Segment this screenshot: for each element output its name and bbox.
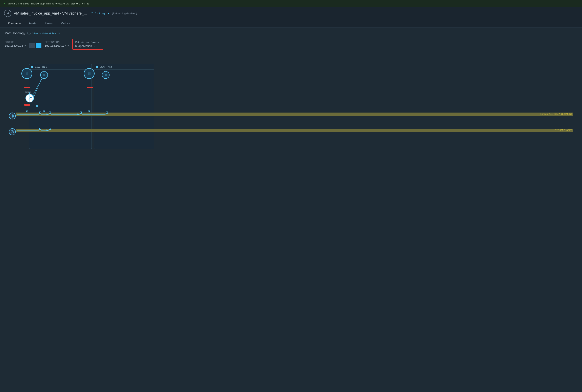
esxi-tn3-label: ESXi_TN-3 <box>100 66 112 68</box>
path-via-label: Path via Load Balancer <box>75 41 100 44</box>
path-via-value: l4-application <box>75 44 92 48</box>
direction-left-button[interactable]: ← <box>29 43 35 48</box>
tab-overview[interactable]: Overview <box>4 20 25 27</box>
destination-ip: 192.168.100.177 <box>45 44 66 47</box>
port-rect-2 <box>24 104 30 106</box>
esxi-tn3-indicator <box>96 66 98 68</box>
time-ago-text: 6 min ago <box>95 12 106 15</box>
seg-sq-1 <box>39 112 41 114</box>
vm-circle-2: 🖥 <box>84 68 94 79</box>
seg-sq-6 <box>49 128 51 130</box>
asterisk-icon-2: ✳ <box>104 73 107 77</box>
tab-flows[interactable]: Flows <box>40 20 56 27</box>
source-group: Source 192.168.40.23 ▼ <box>5 41 26 47</box>
tab-alerts[interactable]: Alerts <box>25 20 40 27</box>
esxi-tn2-header: ESXi_TN-2 <box>29 64 92 70</box>
esxi-tn3-header: ESXi_TN-3 <box>94 64 154 70</box>
vm-circle-1: 🖥 <box>22 68 32 79</box>
segment2-label: DYNAMIC_APPS <box>555 129 572 131</box>
lb-icon-1 <box>9 112 16 120</box>
lb-icon-2 <box>9 128 16 135</box>
main-content: Path Topology i View in Network Map ↗ So… <box>0 28 582 159</box>
segment-line-1 <box>16 112 573 116</box>
info-icon[interactable]: i <box>27 32 30 35</box>
check-icon: ✓ <box>3 2 6 6</box>
port-rect-1 <box>24 87 30 88</box>
network-map-link[interactable]: View in Network Map ↗ <box>32 32 60 35</box>
destination-group: Destination 192.168.100.177 ▼ <box>45 41 69 47</box>
vm-monitor-icon-2: 🖥 <box>87 71 91 76</box>
section-header: Path Topology i View in Network Map ↗ <box>5 32 577 35</box>
header-area: 🖥 VM sales_invoice_app_vm4 - VM vsphere_… <box>0 7 582 28</box>
source-dropdown[interactable]: 192.168.40.23 ▼ <box>5 44 26 47</box>
network-flake-2: ✳ <box>102 71 110 79</box>
seg-sq-5 <box>39 128 41 130</box>
port-rect-3 <box>87 87 93 88</box>
direction-controls: ← → <box>29 43 42 48</box>
esxi-tn2-container: ESXi_TN-2 <box>29 64 92 149</box>
destination-dropdown[interactable]: 192.168.100.177 ▼ <box>45 44 69 47</box>
segment1-label: London_ALB_DATA_SEGMENT <box>540 113 572 115</box>
vm-title: VM sales_invoice_app_vm4 - VM vsphere_..… <box>14 11 87 16</box>
destination-chevron-icon: ▼ <box>67 45 69 47</box>
source-label: Source <box>5 41 26 43</box>
tab-metrics[interactable]: Metrics ▼ <box>56 20 78 27</box>
tabs-container: Overview Alerts Flows Metrics ▼ <box>4 20 578 27</box>
share-icon: ⎇ <box>28 96 32 100</box>
path-via-lb-container: Path via Load Balancer l4-application ▼ <box>72 39 103 50</box>
asterisk-icon-1: ✳ <box>43 73 46 77</box>
metrics-chevron-icon: ▼ <box>72 22 74 24</box>
source-chevron-icon: ▼ <box>24 45 26 47</box>
source-ip: 192.168.40.23 <box>5 44 23 47</box>
network-flake-1: ✳ <box>40 71 48 79</box>
esxi-tn2-indicator <box>31 66 33 68</box>
esxi-tn2-label: ESXi_TN-2 <box>35 66 47 68</box>
time-badge[interactable]: ⏱ 6 min ago ▼ <box>91 12 110 15</box>
clock-icon: ⏱ <box>91 12 94 15</box>
x-mark: ✕ <box>36 104 38 108</box>
seg-sq-2 <box>49 112 51 114</box>
primary-label: Primary <box>24 91 31 93</box>
external-link-icon: ↗ <box>58 32 60 35</box>
seg-sq-3 <box>80 112 82 114</box>
router-circle: ⎇ <box>26 94 34 102</box>
vm-monitor-icon: 🖥 <box>4 10 11 17</box>
topology-diagram: ESXi_TN-2 ESXi_TN-3 🖥 🖥 ✳ ✳ Primary <box>5 58 577 155</box>
path-via-dropdown[interactable]: l4-application ▼ <box>75 44 100 48</box>
notification-text: VMware VM 'sales_invoice_app_vm4' to VMw… <box>8 2 90 5</box>
destination-label: Destination <box>45 41 69 43</box>
refreshing-status: (Refreshing disabled) <box>112 12 137 15</box>
path-controls: Source 192.168.40.23 ▼ ← → Destination 1… <box>5 38 577 53</box>
path-via-chevron-icon: ▼ <box>93 45 95 47</box>
path-via-lb-group: Path via Load Balancer l4-application ▼ <box>75 41 100 48</box>
seg-sq-4 <box>106 112 108 114</box>
segment-line-2 <box>16 129 573 132</box>
notification-bar: ✓ VMware VM 'sales_invoice_app_vm4' to V… <box>0 0 582 7</box>
direction-right-button[interactable]: → <box>36 43 42 48</box>
time-chevron-icon: ▼ <box>108 12 110 14</box>
vm-monitor-icon-1: 🖥 <box>25 71 29 76</box>
vm-title-row: 🖥 VM sales_invoice_app_vm4 - VM vsphere_… <box>4 10 578 17</box>
section-title: Path Topology <box>5 32 25 35</box>
